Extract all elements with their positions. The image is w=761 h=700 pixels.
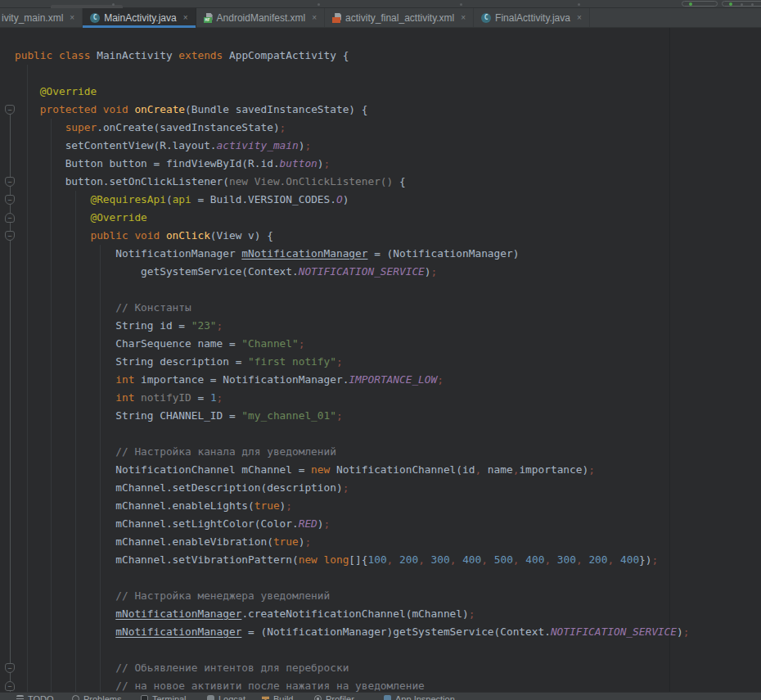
build-icon [262, 695, 269, 700]
tab-activity-final-acttivity-xml[interactable]: activity_final_acttivity.xml× [325, 8, 474, 27]
fold-marker-icon[interactable]: – [5, 213, 15, 223]
code-line: mChannel.setDescription(description); [0, 479, 689, 497]
code-line: @Override [0, 83, 689, 101]
code-line: int importance = NotificationManager.IMP… [0, 371, 689, 389]
code-line [0, 281, 689, 299]
code-line: @RequiresApi(api = Build.VERSION_CODES.O… [0, 191, 689, 209]
app-inspection-icon [384, 695, 391, 700]
layout-xml-icon [332, 13, 341, 23]
tab-label: AndroidManifest.xml [217, 12, 306, 24]
run-status-icon [729, 2, 732, 6]
manifest-icon: MF [204, 13, 213, 23]
profiler-icon [314, 695, 322, 700]
code-line: protected void onCreate(Bundle savedInst… [0, 101, 689, 119]
tab-ivity-main-xml[interactable]: ivity_main.xml× [0, 8, 83, 27]
code-line: Button button = findViewById(R.id.button… [0, 155, 689, 173]
logcat-icon [207, 695, 214, 700]
tab-label: ivity_main.xml [2, 12, 63, 24]
java-class-icon: C [481, 13, 491, 23]
tool-window-button-profiler[interactable]: Profiler [314, 694, 354, 700]
run-config-button[interactable] [682, 1, 718, 7]
code-line: NotificationChannel mChannel = new Notif… [0, 461, 689, 479]
tab-mainactivity-java[interactable]: CMainActivity.java× [83, 8, 196, 27]
code-line [0, 425, 689, 443]
close-icon[interactable]: × [312, 13, 317, 22]
code-line: // Настройка менеджера уведомлений [0, 587, 689, 605]
code-line: getSystemService(Context.NOTIFICATION_SE… [0, 263, 689, 281]
problems-icon [72, 695, 79, 700]
code-line: mNotificationManager.createNotificationC… [0, 605, 689, 623]
tool-window-label: TODO [28, 694, 54, 700]
fold-marker-icon[interactable]: – [5, 681, 15, 691]
code-line: NotificationManager mNotificationManager… [0, 245, 689, 263]
tool-window-label: Terminal [152, 694, 187, 700]
tool-window-label: App Inspection [395, 694, 455, 700]
close-icon[interactable]: × [461, 13, 466, 22]
fold-marker-icon[interactable]: – [5, 195, 15, 205]
tool-window-label: Profiler [326, 694, 354, 700]
tab-androidmanifest-xml[interactable]: MFAndroidManifest.xml× [196, 8, 326, 27]
code-line: @Override [0, 209, 689, 227]
toolbar-dot [751, 3, 754, 6]
fold-marker-icon[interactable]: – [5, 231, 15, 241]
code-text: public class MainActivity extends AppCom… [0, 47, 689, 692]
tab-label: MainActivity.java [104, 12, 176, 24]
tool-window-button-todo[interactable]: TODO [16, 694, 54, 700]
code-line: // на новое активити после нажатия на ув… [0, 677, 689, 692]
code-line: String description = "first notify"; [0, 353, 689, 371]
toolbar-dot [317, 3, 320, 6]
code-line: String CHANNEL_ID = "my_channel_01"; [0, 407, 689, 425]
close-icon[interactable]: × [183, 13, 188, 22]
tool-window-bar: TODOProblemsTerminalLogcatBuildProfilerA… [0, 692, 761, 700]
tool-window-button-logcat[interactable]: Logcat [207, 694, 245, 700]
tool-window-button-app-inspection[interactable]: App Inspection [384, 694, 455, 700]
code-line: mChannel.setLightColor(Color.RED); [0, 515, 689, 533]
toolbar-dot [741, 3, 743, 6]
editor-tab-bar: ivity_main.xml×CMainActivity.java×MFAndr… [0, 8, 761, 28]
fold-marker-icon[interactable]: – [5, 105, 15, 115]
code-line: public void onClick(View v) { [0, 227, 689, 245]
code-line: mChannel.setVibrationPattern(new long[]{… [0, 551, 689, 569]
close-icon[interactable]: × [70, 13, 74, 22]
fold-marker-icon[interactable]: – [5, 177, 15, 187]
tool-window-button-terminal[interactable]: Terminal [141, 694, 187, 700]
terminal-icon [141, 695, 148, 700]
tool-window-label: Logcat [218, 694, 245, 700]
toolbar-dot [460, 3, 462, 6]
code-line: // Настройка канала для уведомлений [0, 443, 689, 461]
code-line: // Обьявление интентов для переброски [0, 659, 689, 677]
top-toolbar-strip [0, 0, 761, 8]
tab-finalacttivity-java[interactable]: CFinalActtivity.java× [474, 8, 590, 27]
code-line [0, 65, 689, 83]
tool-window-button-build[interactable]: Build [262, 694, 293, 700]
code-line: mChannel.enableVibration(true); [0, 533, 689, 551]
fold-marker-icon[interactable]: – [5, 663, 15, 673]
code-editor[interactable]: ––––––– public class MainActivity extend… [0, 28, 761, 692]
code-line: // Константы [0, 299, 689, 317]
code-line: button.setOnClickListener(new View.OnCli… [0, 173, 689, 191]
toolbar-dot [112, 3, 115, 6]
code-line: setContentView(R.layout.activity_main); [0, 137, 689, 155]
java-class-icon: C [90, 13, 100, 23]
tab-label: activity_final_acttivity.xml [345, 12, 454, 24]
run-icon [689, 2, 692, 6]
tool-window-label: Build [273, 694, 293, 700]
tab-label: FinalActtivity.java [495, 12, 570, 24]
todo-icon [16, 695, 24, 700]
code-line: int notifyID = 1; [0, 389, 689, 407]
code-line: public class MainActivity extends AppCom… [0, 47, 689, 65]
tool-window-label: Problems [83, 694, 121, 700]
code-line [0, 641, 689, 659]
code-line: super.onCreate(savedInstanceState); [0, 119, 689, 137]
tool-window-button-problems[interactable]: Problems [72, 694, 121, 700]
code-line: mChannel.enableLights(true); [0, 497, 689, 515]
code-line: String id = "23"; [0, 317, 689, 335]
code-line [0, 569, 689, 587]
close-icon[interactable]: × [577, 13, 582, 22]
code-line: mNotificationManager = (NotificationMana… [0, 623, 689, 641]
code-line: CharSequence name = "Channel"; [0, 335, 689, 353]
toolbar-dot [578, 3, 580, 6]
